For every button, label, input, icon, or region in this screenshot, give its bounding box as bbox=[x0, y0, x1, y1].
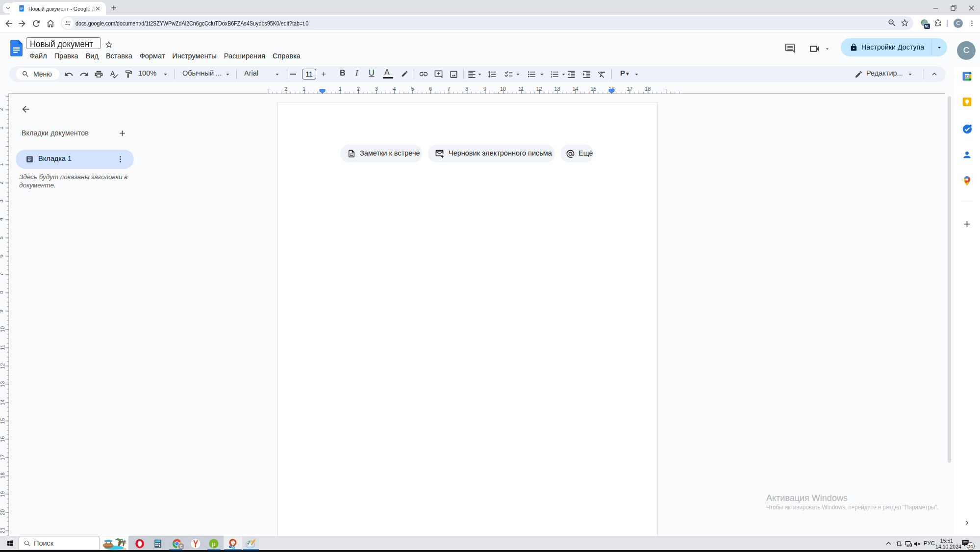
svg-text:μ: μ bbox=[212, 540, 215, 548]
svg-text:31: 31 bbox=[965, 74, 969, 79]
